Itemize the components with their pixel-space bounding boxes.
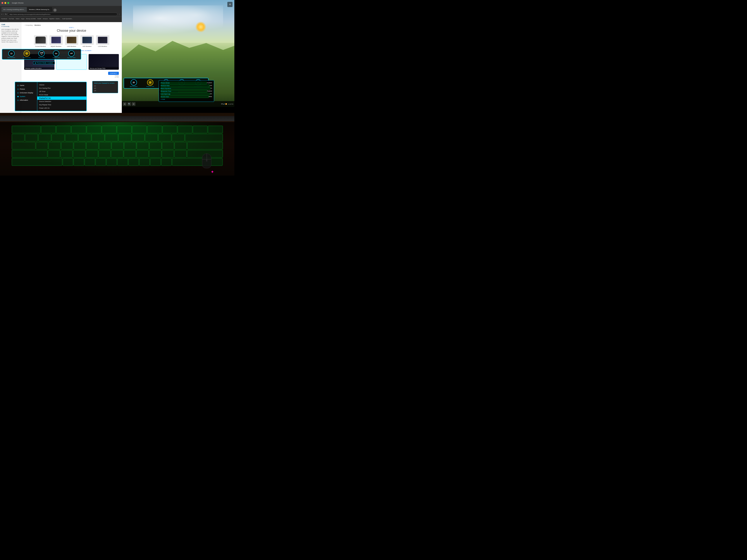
- key-equals[interactable]: [172, 134, 184, 141]
- key-1[interactable]: [25, 134, 38, 141]
- mouse-scroll-wheel[interactable]: [206, 159, 207, 162]
- device-card-lcd[interactable]: LCD Monitors: [96, 35, 109, 47]
- breadcrumb-monitors[interactable]: Monitors: [34, 24, 41, 26]
- key-7[interactable]: [105, 134, 118, 141]
- key-w[interactable]: [49, 142, 60, 150]
- key-semicolon[interactable]: [162, 150, 174, 158]
- new-tab-button[interactable]: +: [53, 8, 57, 12]
- key-t[interactable]: [86, 142, 98, 150]
- osd-sub-source[interactable]: Source Detection: [37, 100, 86, 103]
- osd-popup-opt-4[interactable]: 1.4: [94, 89, 117, 92]
- key-3[interactable]: [52, 134, 65, 141]
- key-bracket-r[interactable]: [175, 142, 186, 150]
- device-card-uhd[interactable]: UHD Monitors: [65, 35, 78, 47]
- osd-sub-volume[interactable]: Volume: [37, 83, 86, 86]
- osd-sub-displayport[interactable]: DisplayPort Ver.: [37, 97, 86, 100]
- key-f7[interactable]: [132, 126, 147, 133]
- tab-1[interactable]: Am I missing something with th...: [1, 7, 27, 12]
- key-tab[interactable]: [12, 142, 35, 150]
- key-l[interactable]: [149, 150, 161, 158]
- key-v[interactable]: [96, 158, 106, 166]
- key-4[interactable]: [65, 134, 78, 141]
- key-f8[interactable]: [147, 126, 162, 133]
- key-minus[interactable]: [158, 134, 171, 141]
- tab-2[interactable]: Monitors | Official Samsung Su...: [27, 7, 52, 12]
- mouse-left-button[interactable]: [202, 154, 207, 159]
- key-0[interactable]: [145, 134, 158, 141]
- key-i[interactable]: [124, 142, 136, 150]
- bookmark-facebook[interactable]: Facebook: [1, 18, 7, 20]
- key-c[interactable]: [85, 158, 95, 166]
- key-shift-l[interactable]: [12, 158, 62, 166]
- key-j[interactable]: [124, 150, 136, 158]
- key-f2[interactable]: [56, 126, 71, 133]
- osd-sub-eco[interactable]: Eco Saving Plus: [37, 86, 86, 90]
- device-card-curved[interactable]: Curved Monitors: [34, 35, 47, 47]
- osd-menu-system[interactable]: System: [15, 95, 37, 98]
- key-g[interactable]: [99, 150, 111, 158]
- osd-menu-information[interactable]: Information: [15, 98, 37, 102]
- key-f1[interactable]: [41, 126, 56, 133]
- bookmark-youtube[interactable]: YouTube: [9, 18, 14, 20]
- key-6[interactable]: [92, 134, 104, 141]
- key-a[interactable]: [48, 150, 60, 158]
- key-p[interactable]: [150, 142, 161, 150]
- key-q[interactable]: [36, 142, 48, 150]
- key-z[interactable]: [63, 158, 73, 166]
- key-k[interactable]: [136, 150, 149, 158]
- key-backtick[interactable]: [12, 134, 25, 141]
- window-maximize-btn[interactable]: [7, 2, 9, 4]
- key-bracket-l[interactable]: [162, 142, 174, 150]
- key-esc[interactable]: [12, 126, 41, 133]
- osd-popup-opt-1[interactable]: 1.1: [94, 85, 117, 87]
- breadcrumb-computing[interactable]: Computing: [25, 24, 33, 26]
- key-8[interactable]: [119, 134, 131, 141]
- key-o[interactable]: [137, 142, 149, 150]
- osd-menu-game[interactable]: Game: [15, 84, 37, 87]
- bookmark-nightbot[interactable]: Nightbot - Dasho...: [49, 18, 61, 20]
- key-slash[interactable]: [161, 158, 172, 166]
- osd-popup-opt-2[interactable]: 1.2: [94, 87, 117, 89]
- key-shift-r[interactable]: [172, 158, 223, 166]
- key-n[interactable]: [118, 158, 128, 166]
- key-backslash[interactable]: [187, 142, 223, 150]
- key-comma[interactable]: [139, 158, 150, 166]
- right-icon-recycle[interactable]: ♻: [227, 2, 233, 7]
- key-5[interactable]: [78, 134, 91, 141]
- osd-sub-keyrepeat[interactable]: Key Repeat Time: [37, 103, 86, 106]
- bookmark-health[interactable]: Health: [37, 18, 41, 20]
- taskbar-start[interactable]: ⊞: [123, 102, 127, 106]
- key-9[interactable]: [132, 134, 145, 141]
- bookmark-audit[interactable]: Audit Spreadsh...: [62, 18, 73, 20]
- bookmark-twitch[interactable]: Twitch: [16, 18, 19, 20]
- window-minimize-btn[interactable]: [4, 2, 6, 4]
- support-card-memory[interactable]: Memory and Storage FAQs: [88, 54, 119, 70]
- key-quote[interactable]: [174, 150, 186, 158]
- key-f4[interactable]: [87, 126, 101, 133]
- key-s[interactable]: [60, 150, 73, 158]
- key-backspace[interactable]: [185, 134, 223, 141]
- key-e[interactable]: [61, 142, 73, 150]
- device-card-wqhd[interactable]: WQHD Monitors: [49, 35, 63, 47]
- key-f[interactable]: [86, 150, 98, 158]
- osd-sub-offtimer[interactable]: Off Timer: [37, 90, 86, 93]
- bookmark-money[interactable]: Money and Bills: [26, 18, 36, 20]
- key-r[interactable]: [74, 142, 86, 150]
- key-f10[interactable]: [178, 126, 192, 133]
- window-close-btn[interactable]: [1, 2, 3, 4]
- key-m[interactable]: [128, 158, 139, 166]
- key-x[interactable]: [74, 158, 84, 166]
- key-2[interactable]: [38, 134, 51, 141]
- key-h[interactable]: [111, 150, 123, 158]
- key-f3[interactable]: [71, 126, 86, 133]
- mouse-right-button[interactable]: [207, 154, 211, 159]
- key-f11[interactable]: [193, 126, 207, 133]
- key-b[interactable]: [106, 158, 117, 166]
- key-f6[interactable]: [117, 126, 132, 133]
- key-period[interactable]: [150, 158, 160, 166]
- bookmark-imgur[interactable]: Imgur: [21, 18, 25, 20]
- osd-sub-powerled[interactable]: Power LED On: [37, 106, 86, 110]
- address-bar[interactable]: https://www.samsung.com/us/support/troub…: [8, 12, 118, 16]
- osd-sub-pcav[interactable]: PC/AV Mode: [37, 93, 86, 97]
- osd-menu-onscreen[interactable]: OnScreen Display: [15, 91, 37, 95]
